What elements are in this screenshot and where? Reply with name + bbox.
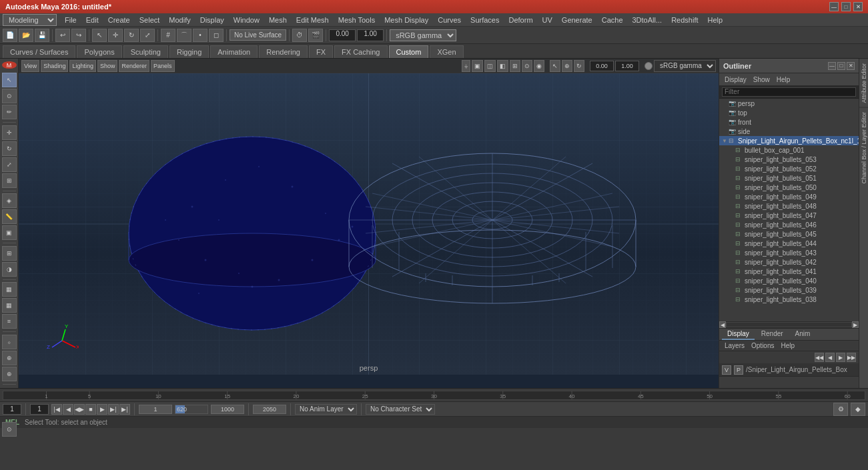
vp-icon-6[interactable]: ⊙ (522, 60, 532, 72)
vp-shading-menu[interactable]: Shading (41, 60, 68, 72)
outliner-hscroll[interactable]: ◀ ▶ (719, 321, 859, 328)
vp-icon-4[interactable]: ◧ (497, 60, 508, 72)
tab-curves-surfaces[interactable]: Curves / Surfaces (3, 45, 75, 58)
play-back-button[interactable]: ◀▶ (74, 404, 85, 415)
undo-button[interactable]: ↩ (55, 29, 70, 42)
save-scene-button[interactable]: 💾 (35, 29, 49, 42)
outliner-search-input[interactable] (722, 87, 856, 97)
select-tool-button[interactable]: ↖ (92, 29, 107, 42)
redo-button[interactable]: ↪ (71, 29, 86, 42)
play-forward-button[interactable]: ▶ (97, 404, 107, 415)
tree-item-bullets-050[interactable]: ⊟ sniper_light_bullets_050 (719, 183, 859, 192)
menu-create[interactable]: Create (104, 15, 134, 25)
layer-menu-options[interactable]: Options (749, 341, 777, 350)
menu-3dtoall[interactable]: 3DtoAll... (628, 15, 667, 25)
open-scene-button[interactable]: 📂 (19, 29, 33, 42)
menu-window[interactable]: Window (230, 15, 264, 25)
tree-item-bullets-048[interactable]: ⊟ sniper_light_bullets_048 (719, 201, 859, 211)
menu-curves[interactable]: Curves (434, 15, 465, 25)
stop-button[interactable]: ■ (85, 404, 96, 415)
tab-polygons[interactable]: Polygons (77, 45, 121, 58)
menu-cache[interactable]: Cache (598, 15, 627, 25)
menu-edit-mesh[interactable]: Edit Mesh (292, 15, 333, 25)
rotate-tool-left[interactable]: ↻ (2, 141, 17, 156)
vp-icon-9[interactable]: ⊕ (562, 60, 572, 72)
layer-menu-layers[interactable]: Layers (722, 341, 747, 350)
snap-point-button[interactable]: • (193, 29, 207, 42)
scale-value[interactable]: 1.00 (357, 29, 384, 41)
extra-tool-6[interactable]: ⊕ (2, 367, 17, 381)
skip-start-button[interactable]: |◀ (51, 404, 62, 415)
3d-scene[interactable]: X Y Z persp (19, 73, 719, 375)
tree-item-bullets-040[interactable]: ⊟ sniper_light_bullets_040 (719, 276, 859, 285)
vp-icon-7[interactable]: ◉ (534, 60, 544, 72)
vp-icon-10[interactable]: ↻ (574, 60, 584, 72)
tree-item-bullets-053[interactable]: ⊟ sniper_light_bullets_053 (719, 155, 859, 164)
hscroll-left[interactable]: ◀ (719, 321, 726, 328)
close-button[interactable]: ✕ (853, 2, 863, 11)
vp-near-clip[interactable] (590, 61, 614, 71)
audio-btn-2[interactable]: ◀ (825, 353, 835, 362)
tree-item-bullets-049[interactable]: ⊟ sniper_light_bullets_049 (719, 192, 859, 201)
timeline-track[interactable]: 1 5 10 15 20 25 30 35 40 45 50 55 60 (3, 391, 865, 400)
snap-curve-button[interactable]: ⌒ (177, 29, 191, 42)
tree-item-sniper-group[interactable]: ▼ ⊟ Sniper_Light_Airgun_Pellets_Box_nc1l… (719, 136, 859, 145)
p-button[interactable]: P (734, 365, 743, 375)
tree-item-top[interactable]: 📷 top (719, 108, 859, 117)
viewport[interactable]: View Shading Lighting Show Renderer Pane… (19, 59, 719, 388)
snap-view-button[interactable]: ◻ (209, 29, 224, 42)
tab-custom[interactable]: Custom (389, 45, 429, 58)
tree-item-bullets-046[interactable]: ⊟ sniper_light_bullets_046 (719, 220, 859, 229)
attr-editor-tab[interactable]: Attribute Editor (859, 59, 868, 107)
paint-tool[interactable]: ✏ (2, 105, 17, 119)
color-space-selector[interactable]: sRGB gamma Linear (390, 29, 456, 41)
vp-icon-3[interactable]: ◫ (484, 60, 496, 72)
scale-tool-button[interactable]: ⤢ (140, 29, 155, 42)
range-start[interactable] (139, 405, 172, 414)
frame-current[interactable] (3, 404, 21, 415)
char-set-selector[interactable]: No Character Set (366, 404, 435, 415)
tree-item-bullets-041[interactable]: ⊟ sniper_light_bullets_041 (719, 267, 859, 276)
vp-renderer-menu[interactable]: Renderer (119, 60, 149, 72)
render-region[interactable]: ▣ (2, 225, 17, 240)
menu-generate[interactable]: Generate (558, 15, 596, 25)
layer-tab-render[interactable]: Render (756, 329, 789, 340)
maximize-button[interactable]: □ (841, 2, 851, 11)
new-scene-button[interactable]: 📄 (3, 29, 17, 42)
vp-color-indicator[interactable] (644, 62, 653, 70)
range-max[interactable] (253, 405, 286, 414)
menu-mesh-display[interactable]: Mesh Display (380, 15, 432, 25)
menu-edit[interactable]: Edit (82, 15, 103, 25)
outliner-close[interactable]: ✕ (847, 62, 855, 70)
tab-rigging[interactable]: Rigging (169, 45, 209, 58)
range-bar[interactable]: 620 (175, 405, 208, 414)
tab-animation[interactable]: Animation (210, 45, 258, 58)
skip-end-button[interactable]: ▶| (119, 404, 130, 415)
extra-tool-5[interactable]: ⊕ (2, 351, 17, 365)
outliner-maximize[interactable]: □ (837, 62, 845, 70)
tree-item-bullet-box-cap[interactable]: ⊟ bullet_box_cap_001 (719, 145, 859, 155)
history-button[interactable]: ⏱ (292, 29, 307, 42)
lasso-tool[interactable]: ⊙ (2, 89, 17, 103)
tree-item-bullets-042[interactable]: ⊟ sniper_light_bullets_042 (719, 257, 859, 267)
menu-mesh[interactable]: Mesh (265, 15, 291, 25)
vp-icon-8[interactable]: ↖ (550, 60, 560, 72)
next-frame-button[interactable]: ▶| (108, 404, 119, 415)
tree-item-bullets-043[interactable]: ⊟ sniper_light_bullets_043 (719, 248, 859, 257)
outliner-menu-help[interactable]: Help (774, 75, 793, 84)
zoom-value[interactable]: 0.00 (329, 29, 356, 41)
tab-fx-caching[interactable]: FX Caching (334, 45, 387, 58)
extra-tool-2[interactable]: ▦ (2, 298, 17, 313)
tree-item-front[interactable]: 📷 front (719, 117, 859, 127)
vp-icon-5[interactable]: ⊞ (510, 60, 520, 72)
tree-item-bullets-039[interactable]: ⊟ sniper_light_bullets_039 (719, 285, 859, 295)
vp-far-clip[interactable] (615, 61, 639, 71)
maya-home-button[interactable]: M (2, 61, 17, 69)
vp-view-menu[interactable]: View (21, 60, 39, 72)
render-button[interactable]: 🎬 (308, 29, 323, 42)
tab-rendering[interactable]: Rendering (259, 45, 308, 58)
vp-panels-menu[interactable]: Panels (151, 60, 175, 72)
tree-item-bullets-045[interactable]: ⊟ sniper_light_bullets_045 (719, 229, 859, 239)
tree-item-bullets-047[interactable]: ⊟ sniper_light_bullets_047 (719, 211, 859, 220)
rotate-tool-button[interactable]: ↻ (124, 29, 139, 42)
